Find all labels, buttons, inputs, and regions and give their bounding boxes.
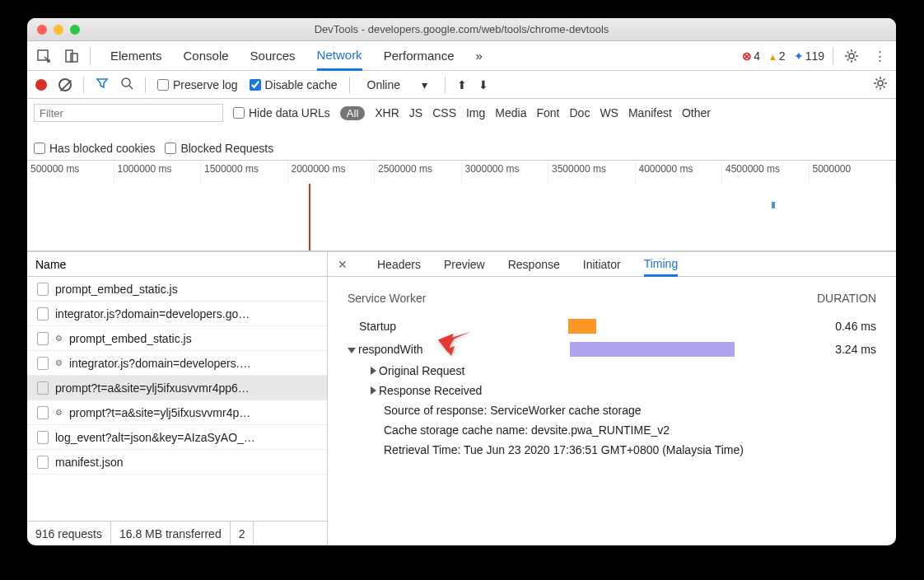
filter-icon[interactable]	[96, 77, 109, 92]
disable-cache-checkbox[interactable]: Disable cache	[250, 78, 338, 91]
file-icon	[37, 431, 49, 444]
filter-all[interactable]: All	[340, 106, 365, 120]
collapse-icon	[371, 386, 376, 395]
request-row[interactable]: ⚙prompt?t=a&site=ylj5ifxusvvmr4p…	[27, 400, 327, 425]
request-row[interactable]: integrator.js?domain=developers.go…	[27, 302, 327, 326]
close-detail-button[interactable]: ✕	[338, 258, 348, 271]
menu-icon[interactable]: ⋮	[870, 46, 889, 66]
search-icon[interactable]	[120, 77, 133, 92]
timing-row-startup: Startup 0.46 ms	[348, 315, 876, 338]
svg-point-4	[122, 78, 130, 87]
download-icon[interactable]: ⬇	[478, 78, 488, 91]
network-toolbar: Preserve log Disable cache Online▾ ⬆ ⬇	[27, 71, 896, 99]
filter-input[interactable]	[34, 104, 223, 122]
hide-data-urls-label: Hide data URLs	[249, 106, 330, 119]
respondwith-label: respondWith	[358, 343, 423, 356]
respondwith-bar	[570, 342, 735, 357]
tick: 5000000	[810, 161, 897, 184]
caret-icon: ▾	[422, 78, 427, 91]
clear-button[interactable]	[58, 78, 72, 91]
hide-data-urls-checkbox[interactable]: Hide data URLs	[233, 106, 330, 119]
status-bar: 916 requests 16.8 MB transferred 2	[27, 521, 327, 545]
blocked-requests-checkbox[interactable]: Blocked Requests	[165, 142, 273, 155]
filter-doc[interactable]: Doc	[569, 106, 590, 119]
filter-media[interactable]: Media	[495, 106, 526, 119]
disable-cache-label: Disable cache	[265, 78, 338, 91]
tick: 1000000 ms	[114, 161, 202, 184]
upload-icon[interactable]: ⬆	[457, 78, 467, 91]
filter-manifest[interactable]: Manifest	[628, 106, 672, 119]
network-settings-icon[interactable]	[873, 76, 888, 93]
filter-js[interactable]: JS	[409, 106, 422, 119]
inspect-icon[interactable]	[34, 46, 54, 66]
tab-preview[interactable]: Preview	[444, 258, 485, 271]
preserve-log-label: Preserve log	[173, 78, 238, 91]
filter-font[interactable]: Font	[536, 106, 559, 119]
tab-elements[interactable]: Elements	[110, 41, 162, 70]
tab-more[interactable]: »	[476, 41, 483, 70]
tab-sources[interactable]: Sources	[250, 41, 296, 70]
message-count[interactable]: 119	[794, 49, 824, 63]
timing-section-label: Service Worker	[348, 292, 426, 305]
original-request-label: Original Request	[379, 364, 464, 377]
tab-network[interactable]: Network	[317, 42, 362, 71]
gear-icon: ⚙	[55, 358, 63, 367]
timeline-overview[interactable]: 500000 ms 1000000 ms 1500000 ms 2000000 …	[27, 161, 896, 251]
file-icon	[37, 357, 49, 370]
file-icon	[37, 307, 49, 320]
console-counts[interactable]: 4 2 119	[742, 49, 824, 63]
request-name: prompt?t=a&site=ylj5ifxusvvmr4pp6…	[55, 381, 250, 395]
warning-count[interactable]: 2	[768, 49, 786, 63]
request-row[interactable]: ⚙prompt_embed_static.js	[27, 326, 327, 351]
request-row[interactable]: prompt_embed_static.js	[27, 277, 327, 302]
filter-other[interactable]: Other	[682, 106, 711, 119]
filter-bar: Hide data URLs All XHR JS CSS Img Media …	[27, 99, 896, 161]
preserve-log-checkbox[interactable]: Preserve log	[157, 78, 238, 91]
panel-tabs: Elements Console Sources Network Perform…	[110, 41, 483, 70]
filter-css[interactable]: CSS	[432, 106, 456, 119]
duration-header: DURATION	[817, 292, 876, 305]
tick: 4000000 ms	[636, 161, 723, 184]
gear-icon: ⚙	[55, 408, 63, 417]
detail-pane: ✕ Headers Preview Response Initiator Tim…	[328, 252, 896, 545]
request-row[interactable]: manifest.json	[27, 450, 327, 475]
filter-xhr[interactable]: XHR	[375, 106, 399, 119]
blocked-cookies-checkbox[interactable]: Has blocked cookies	[34, 142, 155, 155]
tab-initiator[interactable]: Initiator	[583, 258, 621, 271]
tab-response[interactable]: Response	[508, 258, 560, 271]
tab-headers[interactable]: Headers	[377, 258, 421, 271]
filter-ws[interactable]: WS	[600, 106, 618, 119]
timeline-activity	[772, 202, 775, 208]
detail-tabs: ✕ Headers Preview Response Initiator Tim…	[328, 252, 896, 277]
name-header[interactable]: Name	[27, 252, 327, 277]
request-row[interactable]: log_event?alt=json&key=AIzaSyAO_…	[27, 425, 327, 450]
settings-icon[interactable]	[842, 46, 861, 66]
timing-row-respondwith[interactable]: respondWith 3.24 ms	[348, 338, 876, 361]
tab-console[interactable]: Console	[184, 41, 229, 70]
window-title: DevTools - developers.google.com/web/too…	[27, 23, 896, 35]
response-received-label: Response Received	[379, 384, 482, 397]
expand-icon	[348, 348, 356, 353]
filter-img[interactable]: Img	[466, 106, 485, 119]
tick: 500000 ms	[27, 161, 114, 184]
request-row[interactable]: ⚙integrator.js?domain=developers.…	[27, 351, 327, 376]
record-button[interactable]	[35, 79, 47, 91]
titlebar: DevTools - developers.google.com/web/too…	[27, 18, 896, 41]
error-count[interactable]: 4	[742, 49, 760, 63]
request-name: prompt_embed_static.js	[69, 332, 192, 345]
blocked-requests-label: Blocked Requests	[180, 142, 273, 155]
throttling-select[interactable]: Online▾	[362, 76, 433, 94]
tick: 3000000 ms	[462, 161, 549, 184]
device-icon[interactable]	[62, 46, 82, 66]
tab-timing[interactable]: Timing	[644, 253, 679, 277]
request-row[interactable]: prompt?t=a&site=ylj5ifxusvvmr4pp6…	[27, 376, 327, 400]
tab-performance[interactable]: Performance	[384, 41, 455, 70]
timeline-ticks: 500000 ms 1000000 ms 1500000 ms 2000000 …	[27, 161, 896, 184]
request-name: prompt_embed_static.js	[55, 283, 178, 296]
timing-panel: Service Worker DURATION Startup 0.46 ms …	[328, 277, 896, 545]
transfer-size: 16.8 MB transferred	[111, 522, 231, 545]
timing-sub-response[interactable]: Response Received	[371, 381, 876, 400]
tick: 2500000 ms	[375, 161, 462, 184]
svg-point-3	[849, 54, 854, 58]
gear-icon: ⚙	[55, 334, 63, 343]
